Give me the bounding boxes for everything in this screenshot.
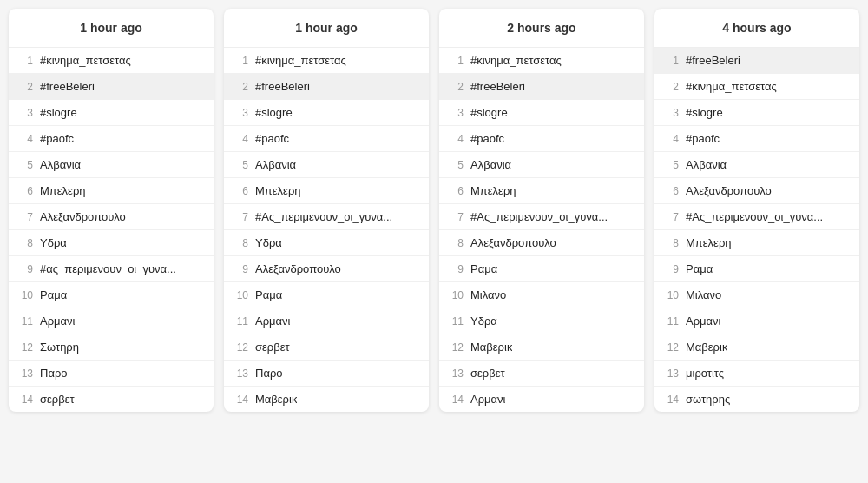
trend-item[interactable]: 3#slogre [439, 100, 644, 126]
trend-item[interactable]: 1#κινημα_πετσετας [224, 48, 429, 74]
trend-item[interactable]: 8Αλεξανδροπουλο [439, 230, 644, 256]
trend-item[interactable]: 4#paofc [224, 126, 429, 152]
trend-item[interactable]: 12Μαβερικ [654, 334, 859, 361]
trend-rank: 3 [663, 107, 679, 119]
trend-name: Σωτηρη [40, 341, 79, 354]
trend-item[interactable]: 14Μαβερικ [224, 387, 429, 412]
trend-item[interactable]: 11Αρμανι [224, 308, 429, 334]
trend-item[interactable]: 2#freeBeleri [439, 74, 644, 100]
trend-item[interactable]: 7#Ας_περιμενουν_οι_γυνα... [654, 204, 859, 230]
trend-item[interactable]: 14Αρμανι [439, 387, 644, 412]
trend-item[interactable]: 3#slogre [224, 100, 429, 126]
trend-item[interactable]: 1#freeBeleri [654, 48, 859, 74]
trend-item[interactable]: 11Αρμανι [9, 308, 214, 334]
trend-item[interactable]: 12Μαβερικ [439, 334, 644, 361]
trend-name: #slogre [686, 106, 723, 119]
trend-item[interactable]: 10Μιλανο [439, 282, 644, 308]
trend-name: #κινημα_πετσετας [40, 54, 131, 67]
trend-rank: 10 [17, 289, 33, 301]
trend-item[interactable]: 13μιροτιτς [654, 361, 859, 387]
trend-name: Αλβανια [40, 158, 81, 171]
column-1: 1 hour ago1#κινημα_πετσετας2#freeBeleri3… [9, 9, 214, 412]
trend-name: Μαβερικ [470, 341, 512, 354]
trend-rank: 14 [233, 394, 248, 406]
trend-item[interactable]: 5Αλβανια [654, 152, 859, 178]
trend-item[interactable]: 7#Ας_περιμενουν_οι_γυνα... [439, 204, 644, 230]
trend-rank: 5 [448, 159, 464, 171]
trend-list-4: 1#freeBeleri2#κινημα_πετσετας3#slogre4#p… [654, 48, 859, 412]
trend-rank: 4 [17, 133, 33, 145]
trend-item[interactable]: 12σερβετ [224, 334, 429, 361]
trend-item[interactable]: 7#Ας_περιμενουν_οι_γυνα... [224, 204, 429, 230]
column-3: 2 hours ago1#κινημα_πετσετας2#freeBeleri… [439, 9, 644, 412]
trend-name: #Ας_περιμενουν_οι_γυνα... [470, 210, 608, 223]
trend-item[interactable]: 10Ραμα [224, 282, 429, 308]
trend-item[interactable]: 7Αλεξανδροπουλο [9, 204, 214, 230]
trend-item[interactable]: 11Υδρα [439, 308, 644, 334]
trend-name: #slogre [40, 106, 77, 119]
trend-item[interactable]: 8Μπελερη [654, 230, 859, 256]
trend-item[interactable]: 9Αλεξανδροπουλο [224, 256, 429, 282]
trend-name: Μαβερικ [255, 393, 297, 406]
trend-item[interactable]: 6Μπελερη [224, 178, 429, 204]
trend-item[interactable]: 10Μιλανο [654, 282, 859, 308]
trend-item[interactable]: 2#freeBeleri [224, 74, 429, 100]
trend-rank: 8 [663, 237, 679, 249]
trend-rank: 7 [663, 211, 679, 223]
trend-item[interactable]: 5Αλβανια [9, 152, 214, 178]
trend-rank: 10 [663, 289, 679, 301]
trend-item[interactable]: 14σωτηρης [654, 387, 859, 412]
trend-rank: 6 [448, 185, 464, 197]
trend-item[interactable]: 11Αρμανι [654, 308, 859, 334]
trend-rank: 7 [448, 211, 464, 223]
trend-rank: 6 [17, 185, 33, 197]
trend-item[interactable]: 13σερβετ [439, 361, 644, 387]
trend-item[interactable]: 10Ραμα [9, 282, 214, 308]
trend-rank: 9 [233, 263, 248, 275]
trend-rank: 14 [448, 394, 464, 406]
trend-rank: 13 [233, 367, 248, 380]
trend-item[interactable]: 5Αλβανια [224, 152, 429, 178]
trend-item[interactable]: 4#paofc [654, 126, 859, 152]
trend-item[interactable]: 6Αλεξανδροπουλο [654, 178, 859, 204]
trend-item[interactable]: 4#paofc [9, 126, 214, 152]
column-4: 4 hours ago1#freeBeleri2#κινημα_πετσετας… [654, 9, 859, 412]
trend-rank: 11 [448, 315, 464, 328]
trend-name: #paofc [255, 132, 289, 145]
trend-item[interactable]: 9Ραμα [439, 256, 644, 282]
trend-name: Αλβανια [686, 158, 727, 171]
trend-rank: 4 [663, 133, 679, 145]
trend-item[interactable]: 8Υδρα [9, 230, 214, 256]
trend-rank: 8 [448, 237, 464, 249]
trend-item[interactable]: 2#freeBeleri [9, 74, 214, 100]
trend-item[interactable]: 5Αλβανια [439, 152, 644, 178]
trend-item[interactable]: 6Μπελερη [439, 178, 644, 204]
trend-rank: 9 [17, 263, 33, 275]
trend-item[interactable]: 3#slogre [654, 100, 859, 126]
trend-item[interactable]: 13Παρο [224, 361, 429, 387]
trend-item[interactable]: 6Μπελερη [9, 178, 214, 204]
trend-rank: 12 [17, 341, 33, 354]
trend-name: #paofc [470, 132, 504, 145]
trend-rank: 4 [233, 133, 248, 145]
trend-rank: 11 [233, 315, 248, 328]
trend-item[interactable]: 3#slogre [9, 100, 214, 126]
trend-name: Ραμα [255, 288, 282, 301]
trend-item[interactable]: 12Σωτηρη [9, 334, 214, 361]
trend-item[interactable]: 4#paofc [439, 126, 644, 152]
trend-item[interactable]: 1#κινημα_πετσετας [439, 48, 644, 74]
trend-name: Αλεξανδροπουλο [40, 210, 126, 223]
trend-name: #Ας_περιμενουν_οι_γυνα... [255, 210, 392, 223]
trend-item[interactable]: 14σερβετ [9, 387, 214, 412]
trend-item[interactable]: 8Υδρα [224, 230, 429, 256]
trend-list-1: 1#κινημα_πετσετας2#freeBeleri3#slogre4#p… [9, 48, 214, 412]
column-2: 1 hour ago1#κινημα_πετσετας2#freeBeleri3… [224, 9, 429, 412]
trend-name: Υδρα [40, 236, 67, 249]
trend-name: σερβετ [470, 367, 505, 380]
trend-item[interactable]: 13Παρο [9, 361, 214, 387]
trend-item[interactable]: 1#κινημα_πετσετας [9, 48, 214, 74]
trend-item[interactable]: 9#ας_περιμενουν_οι_γυνα... [9, 256, 214, 282]
trend-list-2: 1#κινημα_πετσετας2#freeBeleri3#slogre4#p… [224, 48, 429, 412]
trend-item[interactable]: 2#κινημα_πετσετας [654, 74, 859, 100]
trend-item[interactable]: 9Ραμα [654, 256, 859, 282]
